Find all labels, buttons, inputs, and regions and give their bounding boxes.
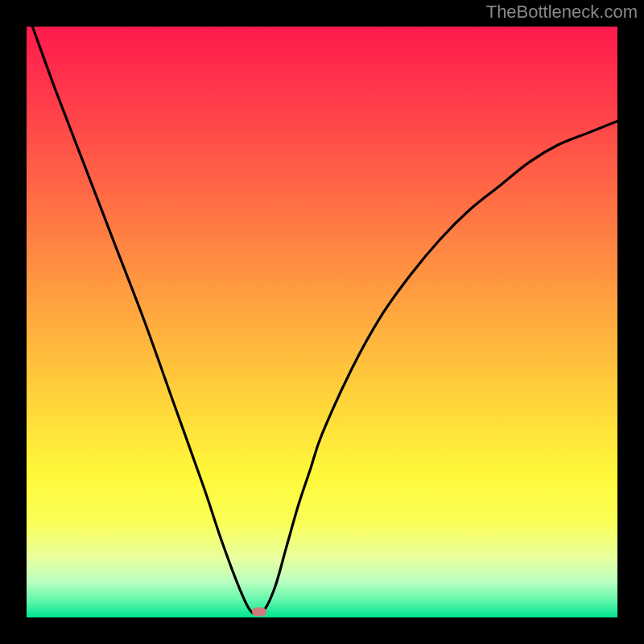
watermark-text: TheBottleneck.com — [486, 2, 638, 23]
optimal-marker — [252, 608, 266, 617]
plot-area — [27, 27, 617, 617]
bottleneck-curve — [27, 27, 617, 617]
chart-frame: TheBottleneck.com — [0, 0, 644, 644]
